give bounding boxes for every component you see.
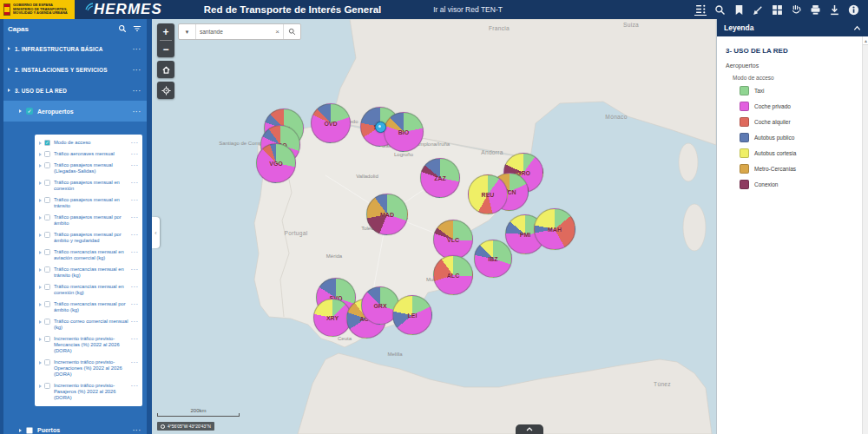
airport-pie-mah[interactable]: MAH bbox=[534, 208, 575, 250]
print-icon[interactable] bbox=[809, 3, 821, 16]
expander-icon[interactable] bbox=[39, 181, 42, 185]
sublayer-options-icon[interactable]: ··· bbox=[131, 266, 139, 272]
sublayer-checkbox[interactable] bbox=[44, 266, 50, 273]
sublayer-options-icon[interactable]: ··· bbox=[131, 140, 139, 145]
zoom-out-button[interactable]: − bbox=[157, 41, 174, 57]
locate-button[interactable] bbox=[157, 82, 174, 99]
sublayer-item-13[interactable]: Incremento tráfico previsto- Mercancías … bbox=[35, 333, 142, 357]
expander-icon[interactable] bbox=[39, 216, 42, 220]
advanced-search-icon[interactable] bbox=[713, 3, 726, 16]
measure-icon[interactable] bbox=[752, 3, 764, 16]
layers-search-icon[interactable] bbox=[118, 24, 127, 33]
sublayer-checkbox[interactable] bbox=[44, 284, 50, 290]
sublayer-options-icon[interactable]: ··· bbox=[131, 180, 139, 185]
sublayer-item-7[interactable]: Tráfico pasajeros mensual por ámbito y r… bbox=[35, 229, 142, 247]
sublayer-item-2[interactable]: Tráfico aeronaves mensual··· bbox=[35, 148, 142, 160]
layer-options-icon[interactable]: ··· bbox=[133, 108, 141, 115]
layer-aeropuertos[interactable]: ✓ Aeropuertos ··· bbox=[0, 101, 152, 122]
sublayer-checkbox[interactable] bbox=[44, 151, 50, 157]
scroll-up-icon[interactable]: ▲ bbox=[863, 36, 868, 45]
sidebar-collapse-tab[interactable]: ‹ bbox=[152, 217, 160, 248]
airport-pie-ibz[interactable]: IBZ bbox=[474, 240, 512, 278]
airport-pie-vlc[interactable]: VLC bbox=[433, 220, 473, 260]
group-options-icon[interactable]: ··· bbox=[133, 46, 141, 52]
basemap-gallery-icon[interactable] bbox=[771, 3, 783, 16]
sublayer-checkbox[interactable] bbox=[44, 162, 50, 168]
sublayer-options-icon[interactable]: ··· bbox=[131, 214, 139, 220]
expander-icon[interactable] bbox=[39, 164, 42, 168]
zoom-in-button[interactable]: + bbox=[157, 23, 174, 40]
search-input[interactable] bbox=[196, 29, 272, 35]
expander-icon[interactable] bbox=[39, 268, 42, 272]
sublayer-options-icon[interactable]: ··· bbox=[131, 284, 139, 289]
sublayer-item-11[interactable]: Tráfico mercancías mensual por ámbito (k… bbox=[35, 299, 142, 316]
sublayer-options-icon[interactable]: ··· bbox=[131, 232, 139, 237]
sublayer-options-icon[interactable]: ··· bbox=[131, 197, 139, 202]
sublayer-options-icon[interactable]: ··· bbox=[131, 336, 139, 341]
expander-icon[interactable] bbox=[39, 286, 42, 289]
sublayer-options-icon[interactable]: ··· bbox=[131, 319, 139, 324]
sublayer-options-icon[interactable]: ··· bbox=[131, 301, 139, 306]
airport-pie-ovd[interactable]: OVD bbox=[311, 103, 351, 143]
group-options-icon[interactable]: ··· bbox=[133, 67, 141, 73]
sublayer-options-icon[interactable]: ··· bbox=[131, 359, 139, 365]
search-source-dropdown[interactable]: ▼ bbox=[179, 24, 196, 39]
expander-icon[interactable] bbox=[39, 361, 42, 365]
layer-options-icon[interactable]: ··· bbox=[133, 427, 141, 433]
sublayer-checkbox[interactable] bbox=[44, 336, 50, 342]
sublayer-item-8[interactable]: Tráfico mercancías mensual en aviación c… bbox=[35, 247, 142, 264]
sublayer-options-icon[interactable]: ··· bbox=[131, 383, 139, 388]
expander-icon[interactable] bbox=[39, 251, 42, 254]
expander-icon[interactable] bbox=[39, 303, 42, 306]
search-clear-icon[interactable]: × bbox=[272, 28, 283, 36]
sublayer-item-14[interactable]: Incremento tráfico previsto- Operaciones… bbox=[35, 357, 142, 380]
sublayer-checkbox[interactable] bbox=[44, 197, 50, 203]
attribution-toggle[interactable] bbox=[516, 424, 543, 434]
airport-pie-vgo[interactable]: VGO bbox=[256, 143, 296, 183]
sublayer-item-5[interactable]: Tráfico pasajeros mensual en tránsito··· bbox=[35, 194, 142, 212]
layer-list-icon[interactable] bbox=[694, 3, 707, 16]
expander-icon[interactable] bbox=[8, 47, 10, 50]
expander-icon[interactable] bbox=[39, 199, 42, 202]
search-result-marker[interactable] bbox=[375, 122, 386, 133]
sublayer-checkbox[interactable] bbox=[44, 249, 50, 255]
sublayer-checkbox[interactable] bbox=[44, 383, 50, 389]
download-icon[interactable] bbox=[828, 3, 840, 16]
sublayer-item-3[interactable]: Tráfico pasajeros mensual (Llegadas-Sali… bbox=[35, 160, 142, 177]
sublayer-options-icon[interactable]: ··· bbox=[131, 162, 139, 168]
sublayer-checkbox[interactable] bbox=[44, 180, 50, 186]
airport-pie-reu[interactable]: REU bbox=[468, 174, 508, 214]
expander-icon[interactable] bbox=[39, 233, 42, 237]
expander-icon[interactable] bbox=[8, 89, 10, 92]
expander-icon[interactable] bbox=[39, 320, 42, 324]
expander-icon[interactable] bbox=[39, 153, 42, 156]
airport-pie-mad[interactable]: MAD bbox=[366, 194, 408, 235]
expander-icon[interactable] bbox=[39, 385, 42, 388]
layers-filter-icon[interactable] bbox=[133, 24, 141, 33]
sublayer-item-9[interactable]: Tráfico mercancías mensual en tránsito (… bbox=[35, 264, 142, 281]
expander-icon[interactable] bbox=[39, 141, 42, 145]
sublayer-checkbox[interactable] bbox=[44, 301, 50, 307]
sublayer-options-icon[interactable]: ··· bbox=[131, 249, 139, 254]
aeropuertos-checkbox[interactable]: ✓ bbox=[26, 108, 33, 115]
sublayer-item-15[interactable]: Incremento tráfico previsto- Pasajeros (… bbox=[35, 380, 142, 404]
sidebar-group-3[interactable]: 3. USO DE LA RED··· bbox=[0, 80, 152, 101]
sublayer-checkbox[interactable] bbox=[44, 232, 50, 238]
legend-collapse-icon[interactable] bbox=[853, 24, 861, 32]
sublayer-checkbox[interactable]: ✓ bbox=[44, 140, 50, 146]
expander-icon[interactable] bbox=[19, 429, 22, 432]
sidebar-group-1[interactable]: 1. INFRAESTRUCTURA BÁSICA··· bbox=[0, 38, 152, 59]
sublayer-item-12[interactable]: Tráfico correo comercial mensual (kg)··· bbox=[35, 316, 142, 333]
airport-pie-lei[interactable]: LEI bbox=[392, 295, 432, 335]
sublayer-checkbox[interactable] bbox=[44, 359, 50, 365]
sublayer-checkbox[interactable] bbox=[44, 319, 50, 325]
expander-icon[interactable] bbox=[19, 109, 22, 113]
gestures-icon[interactable] bbox=[790, 3, 802, 16]
sublayer-item-1[interactable]: ✓Modo de acceso··· bbox=[35, 137, 142, 148]
info-icon[interactable] bbox=[847, 3, 859, 16]
map-canvas[interactable]: FranciaSuizaMónacoAndorraPortugalTúnezOv… bbox=[152, 19, 716, 434]
sublayer-options-icon[interactable]: ··· bbox=[131, 151, 139, 156]
airport-pie-zaz[interactable]: ZAZ bbox=[420, 158, 460, 198]
sublayer-item-6[interactable]: Tráfico pasajeros mensual por ámbito··· bbox=[35, 212, 142, 229]
ten-t-viewer-link[interactable]: Ir al visor Red TEN-T bbox=[433, 5, 503, 14]
